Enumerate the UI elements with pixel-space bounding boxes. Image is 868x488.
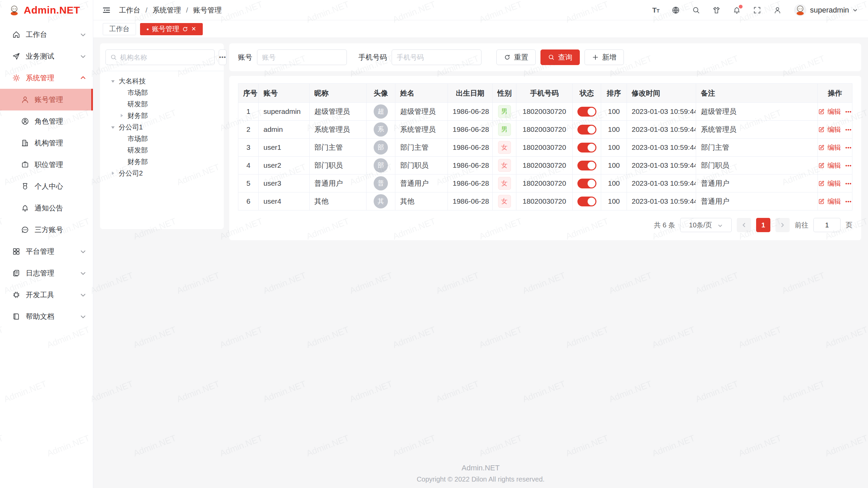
tab-account-management[interactable]: ● 账号管理 ✕ xyxy=(140,23,203,35)
status-toggle[interactable] xyxy=(577,179,596,188)
tree-collapsed-arrow-icon[interactable] xyxy=(119,114,124,117)
sidebar-item-三方账号[interactable]: 三方账号 xyxy=(0,219,93,241)
logs-icon xyxy=(12,269,20,277)
sidebar-item-工作台[interactable]: 工作台 xyxy=(0,24,93,45)
cell-nickname: 普通用户 xyxy=(310,175,367,192)
close-tab-icon[interactable]: ✕ xyxy=(191,25,196,33)
font-size-icon[interactable]: TT xyxy=(652,6,659,14)
tree-node-财务部[interactable]: 财务部 xyxy=(105,156,218,167)
cell-birth: 1986-06-28 xyxy=(448,103,493,121)
next-page-button[interactable] xyxy=(775,218,790,232)
theme-icon[interactable] xyxy=(712,6,721,14)
tree-node-研发部[interactable]: 研发部 xyxy=(105,144,218,156)
chevron-down-icon xyxy=(80,313,86,320)
cell-nickname: 系统管理员 xyxy=(310,121,367,139)
account-input[interactable] xyxy=(257,49,347,65)
cell-sort: 100 xyxy=(601,157,627,175)
edit-button[interactable]: 编辑 xyxy=(818,107,841,116)
breadcrumb-item[interactable]: 工作台 xyxy=(119,5,140,15)
sidebar-item-日志管理[interactable]: 日志管理 xyxy=(0,262,93,284)
language-icon[interactable] xyxy=(672,6,680,14)
tree-node-研发部[interactable]: 研发部 xyxy=(105,98,218,110)
row-more-icon[interactable]: ••• xyxy=(845,109,852,115)
prev-page-button[interactable] xyxy=(737,218,751,232)
add-button[interactable]: 新增 xyxy=(585,49,624,65)
row-more-icon[interactable]: ••• xyxy=(845,199,852,204)
edit-button[interactable]: 编辑 xyxy=(818,161,841,170)
current-page[interactable]: 1 xyxy=(756,218,770,232)
cell-action: 编辑••• xyxy=(818,139,852,157)
status-toggle[interactable] xyxy=(577,197,596,206)
edit-button[interactable]: 编辑 xyxy=(818,197,841,206)
column-header-gender: 性别 xyxy=(493,84,516,103)
fullscreen-icon[interactable] xyxy=(753,6,761,14)
sidebar-item-职位管理[interactable]: 职位管理 xyxy=(0,154,93,176)
profile-icon[interactable] xyxy=(773,6,782,14)
tree-node-市场部[interactable]: 市场部 xyxy=(105,133,218,144)
sidebar-item-label: 三方账号 xyxy=(35,225,63,235)
row-more-icon[interactable]: ••• xyxy=(845,127,852,133)
cell-status xyxy=(573,121,601,139)
tree-node-市场部[interactable]: 市场部 xyxy=(105,87,218,98)
tree-node-label: 市场部 xyxy=(127,134,148,143)
sidebar-item-业务测试[interactable]: 业务测试 xyxy=(0,45,93,67)
sidebar-item-机构管理[interactable]: 机构管理 xyxy=(0,132,93,154)
edit-button[interactable]: 编辑 xyxy=(818,143,841,152)
page-size-select[interactable]: 10条/页 xyxy=(680,218,732,232)
user-menu[interactable]: superadmin xyxy=(794,4,858,17)
docs-icon xyxy=(12,312,20,321)
status-toggle[interactable] xyxy=(577,125,596,135)
role-icon xyxy=(21,117,29,125)
cell-seq: 4 xyxy=(238,157,259,175)
breadcrumb-separator: / xyxy=(145,6,147,14)
cell-name: 部门主管 xyxy=(395,139,448,157)
menu-fold-icon[interactable] xyxy=(102,6,111,15)
sidebar-item-平台管理[interactable]: 平台管理 xyxy=(0,241,93,262)
edit-button[interactable]: 编辑 xyxy=(818,125,841,134)
tree-node-分公司2[interactable]: 分公司2 xyxy=(105,167,218,179)
sidebar-item-开发工具[interactable]: 开发工具 xyxy=(0,284,93,306)
search-button[interactable]: 查询 xyxy=(540,49,580,65)
tree-collapsed-arrow-icon[interactable] xyxy=(110,171,116,175)
status-toggle[interactable] xyxy=(577,143,596,152)
sidebar-item-角色管理[interactable]: 角色管理 xyxy=(0,110,93,132)
goto-page-input[interactable] xyxy=(813,218,841,232)
tabbar: 工作台 ● 账号管理 ✕ xyxy=(93,20,868,38)
tree-node-财务部[interactable]: 财务部 xyxy=(105,110,218,121)
breadcrumb-item[interactable]: 系统管理 xyxy=(153,5,181,15)
reset-button[interactable]: 重置 xyxy=(496,49,536,65)
refresh-tab-icon[interactable] xyxy=(182,26,188,32)
sidebar-item-label: 日志管理 xyxy=(26,268,54,278)
notification-icon[interactable] xyxy=(733,6,741,14)
cell-time: 2023-01-03 10:59:44 xyxy=(627,192,696,210)
tab-workbench[interactable]: 工作台 xyxy=(103,23,136,35)
status-toggle[interactable] xyxy=(577,107,596,117)
search-icon[interactable] xyxy=(692,6,700,14)
phone-input[interactable] xyxy=(392,49,481,65)
edit-button[interactable]: 编辑 xyxy=(818,179,841,188)
cell-status xyxy=(573,192,601,210)
cell-status xyxy=(573,103,601,121)
row-more-icon[interactable]: ••• xyxy=(845,163,852,168)
gender-badge: 女 xyxy=(498,159,511,172)
table-row: 5user3普通用户普普通用户1986-06-28女18020030720100… xyxy=(238,175,852,192)
status-toggle[interactable] xyxy=(577,161,596,170)
tree-node-label: 分公司1 xyxy=(119,123,143,132)
org-search-input[interactable] xyxy=(120,54,210,61)
org-icon xyxy=(21,139,29,147)
tree-more-button[interactable]: ••• xyxy=(219,49,226,65)
cell-phone: 18020030720 xyxy=(516,175,573,192)
sidebar-item-个人中心[interactable]: 个人中心 xyxy=(0,176,93,197)
sidebar-item-帮助文档[interactable]: 帮助文档 xyxy=(0,306,93,327)
logo[interactable]: Admin.NET xyxy=(0,0,93,20)
tree-node-分公司1[interactable]: 分公司1 xyxy=(105,121,218,133)
sidebar-item-账号管理[interactable]: 账号管理 xyxy=(0,89,93,110)
sidebar-item-通知公告[interactable]: 通知公告 xyxy=(0,197,93,219)
sidebar-item-系统管理[interactable]: 系统管理 xyxy=(0,67,93,89)
tree-expanded-arrow-icon[interactable] xyxy=(110,125,116,129)
breadcrumb-item[interactable]: 账号管理 xyxy=(193,5,222,15)
tree-node-大名科技[interactable]: 大名科技 xyxy=(105,75,218,87)
row-more-icon[interactable]: ••• xyxy=(845,181,852,186)
row-more-icon[interactable]: ••• xyxy=(845,145,852,150)
tree-expanded-arrow-icon[interactable] xyxy=(110,79,116,83)
